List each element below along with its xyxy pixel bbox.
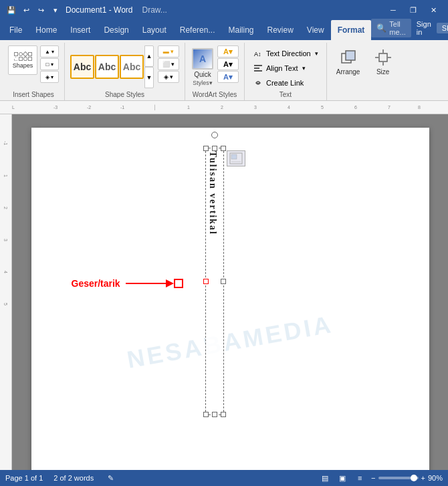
handle-midright[interactable]	[221, 279, 226, 284]
shape-styles-group: Abc Abc Abc ▲ ▼ ▬ ▾ ⬜ ▾ ◈ ▾ Shape Styles	[65, 43, 185, 100]
align-text-label: Align Text	[266, 64, 298, 72]
shapes-button[interactable]: Shapes	[8, 45, 37, 75]
text-group-label: Text	[250, 90, 321, 100]
shapes-grid	[14, 52, 32, 61]
ribbon-tabs: File Home Insert Design Layout Referen..…	[0, 20, 448, 40]
text-direction-label: Text Direction	[266, 49, 311, 57]
shape-style-1[interactable]: Abc	[70, 55, 94, 79]
shape-effect-btn[interactable]: ◈ ▾	[158, 71, 179, 83]
shape-outline-btn[interactable]: ⬜ ▾	[158, 58, 179, 70]
insert-shapes-label: Insert Shapes	[8, 90, 59, 100]
arrange-size-label	[332, 97, 399, 100]
text-outline-button[interactable]: A▾	[217, 58, 239, 70]
expand-up[interactable]: ▲	[144, 45, 154, 67]
tab-design[interactable]: Design	[97, 20, 135, 40]
handle-bottomcenter[interactable]	[212, 412, 217, 417]
handle-bottomleft[interactable]	[203, 412, 209, 417]
tab-insert[interactable]: Insert	[64, 20, 97, 40]
shapes-label: Shapes	[13, 62, 33, 69]
handle-midleft[interactable]	[203, 279, 209, 284]
text-content: A↕ Text Direction ▾ Align Text ▾ Create …	[250, 43, 321, 90]
redo-icon[interactable]: ↪	[35, 4, 47, 16]
handle-topcenter[interactable]	[212, 146, 217, 151]
text-direction-icon: A↕	[253, 48, 263, 59]
shape-fill-button[interactable]: ▲ ▾	[40, 45, 59, 57]
tab-references[interactable]: Referen...	[173, 20, 222, 40]
text-direction-arrow: ▾	[315, 50, 318, 57]
quick-styles-label: Quick	[194, 71, 211, 78]
tab-review[interactable]: Review	[260, 20, 300, 40]
watermark: NESABAMEDIA	[125, 310, 336, 374]
align-text-item[interactable]: Align Text ▾	[250, 62, 308, 75]
expand-down[interactable]: ▼	[144, 67, 154, 88]
save-icon[interactable]: 💾	[5, 4, 17, 16]
shape-style-buttons: Abc Abc Abc ▲ ▼	[70, 45, 154, 88]
shape-style-3[interactable]: Abc	[120, 55, 144, 79]
share-button[interactable]: Share	[437, 23, 448, 33]
annotation-arrow	[126, 279, 174, 287]
layout-view-1[interactable]: ▤	[319, 472, 331, 484]
tab-view[interactable]: View	[300, 20, 331, 40]
textbox-container[interactable]: Tulisan vertikal	[205, 148, 224, 415]
tab-mailing[interactable]: Mailing	[221, 20, 260, 40]
svg-text:A↕: A↕	[254, 51, 261, 57]
handle-topright[interactable]	[221, 146, 226, 151]
zoom-slider[interactable]	[378, 477, 419, 479]
more-icon[interactable]: ▾	[49, 4, 62, 16]
ruler-inner: L -3 -2 -1 │ 1 2 3 4 5 6 7 8	[0, 101, 448, 114]
shape-effects-button[interactable]: ◈ ▾	[40, 71, 59, 83]
expand-controls: ▲ ▼	[144, 45, 154, 88]
shape-fill-btn[interactable]: ▬ ▾	[158, 45, 179, 57]
text-direction-item[interactable]: A↕ Text Direction ▾	[250, 47, 321, 60]
handle-topleft[interactable]	[203, 146, 209, 151]
text-fill-button[interactable]: A▾	[217, 45, 239, 57]
tab-home[interactable]: Home	[29, 20, 64, 40]
shape-format-controls: ▬ ▾ ⬜ ▾ ◈ ▾	[158, 45, 179, 83]
close-button[interactable]: ✕	[424, 3, 443, 17]
arrange-button[interactable]: Arrange	[332, 45, 364, 78]
zoom-out-button[interactable]: −	[371, 474, 375, 482]
shape-outline-button[interactable]: □ ▾	[40, 58, 59, 70]
ribbon-content: Shapes ▲ ▾ □ ▾ ◈ ▾ Insert Shapes Abc Abc…	[0, 40, 448, 101]
tell-me-input[interactable]: 🔍 Tell me...	[371, 19, 411, 37]
vertical-textbox[interactable]: Tulisan vertikal	[205, 148, 224, 415]
wordart-format-controls: A▾ A▾ A▾	[217, 45, 239, 83]
insert-shapes-content: Shapes ▲ ▾ □ ▾ ◈ ▾	[8, 43, 59, 90]
handle-bottomright[interactable]	[221, 412, 226, 417]
insert-shapes-group: Shapes ▲ ▾ □ ▾ ◈ ▾ Insert Shapes	[3, 43, 65, 100]
arrow-head	[166, 279, 174, 287]
tab-format[interactable]: Format	[331, 20, 372, 40]
tab-file[interactable]: File	[3, 20, 29, 40]
arrange-label: Arrange	[336, 68, 360, 76]
edit-mode-icon[interactable]: ✎	[104, 472, 116, 484]
align-text-arrow: ▾	[302, 65, 306, 72]
arrange-size-group: Arrange Size	[327, 43, 405, 100]
undo-icon[interactable]: ↩	[20, 4, 32, 16]
size-button[interactable]: Size	[367, 45, 399, 78]
shape-fill-controls: ▲ ▾ □ ▾ ◈ ▾	[40, 45, 59, 83]
text-effect-button[interactable]: A▾	[217, 71, 239, 83]
arrow-line	[126, 283, 166, 284]
wordart-styles-label: WordArt Styles	[191, 90, 239, 100]
handle-highlight	[174, 279, 183, 288]
horizontal-ruler: L -3 -2 -1 │ 1 2 3 4 5 6 7 8	[0, 101, 448, 114]
shape-styles-label: Shape Styles	[70, 90, 179, 100]
zoom-in-button[interactable]: +	[421, 474, 425, 482]
quick-styles-button[interactable]: A Quick Styles▾	[191, 45, 215, 89]
tab-layout[interactable]: Layout	[136, 20, 173, 40]
minimize-button[interactable]: ─	[384, 3, 403, 17]
status-right: ▤ ▣ ≡ − + 90%	[319, 472, 443, 484]
layout-view-3[interactable]: ≡	[354, 472, 366, 484]
shape-style-2[interactable]: Abc	[95, 55, 119, 79]
rotate-handle[interactable]	[211, 132, 218, 138]
restore-button[interactable]: ❐	[404, 3, 423, 17]
layout-view-2[interactable]: ▣	[336, 472, 348, 484]
svg-rect-1	[254, 65, 262, 66]
document-area: -112345 NESABAMEDIA	[0, 114, 448, 470]
vertical-text-content: Tulisan vertikal	[207, 151, 219, 235]
annotation-text: Geser/tarik	[72, 278, 120, 289]
inline-image-icon[interactable]	[227, 150, 245, 166]
create-link-item[interactable]: Create Link	[250, 76, 306, 90]
sign-in-button[interactable]: Sign in	[417, 20, 431, 36]
page-area[interactable]: NESABAMEDIA	[12, 114, 448, 470]
